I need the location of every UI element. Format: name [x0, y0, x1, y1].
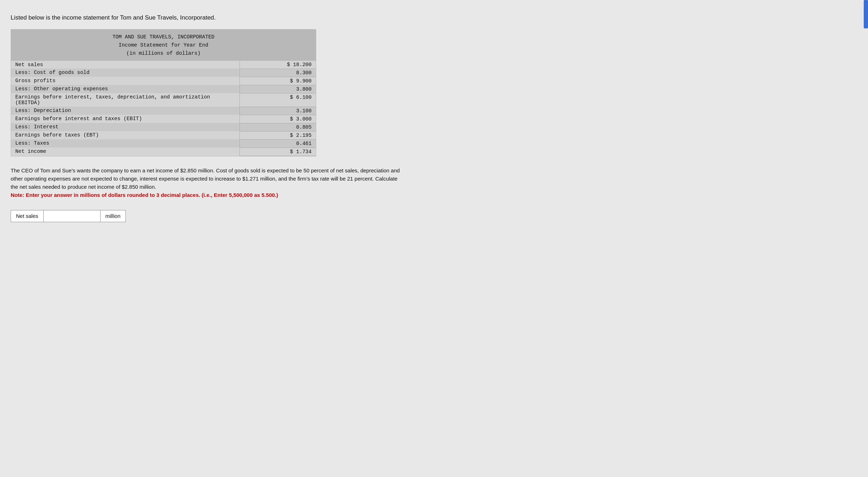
table-row: Earnings before taxes (EBT)$ 2.195	[11, 131, 316, 139]
table-row: Less: Interest0.805	[11, 123, 316, 131]
header-line2: Income Statement for Year End	[15, 41, 312, 49]
table-row: Earnings before interest, taxes, depreci…	[11, 93, 316, 107]
scrollbar[interactable]	[864, 0, 868, 28]
answer-row: Net sales million	[11, 210, 857, 222]
row-value: 0.461	[240, 139, 316, 148]
table-row: Less: Cost of goods sold8.300	[11, 69, 316, 77]
row-value: $ 9.900	[240, 77, 316, 85]
row-label: Less: Interest	[11, 123, 240, 131]
row-value: $ 3.000	[240, 115, 316, 123]
row-label: Earnings before taxes (EBT)	[11, 131, 240, 139]
row-value: $ 2.195	[240, 131, 316, 139]
net-sales-input[interactable]	[44, 210, 101, 222]
table-row: Net sales$ 18.200	[11, 61, 316, 69]
answer-label: Net sales	[11, 210, 44, 222]
row-value: 8.300	[240, 69, 316, 77]
row-label: Net income	[11, 148, 240, 156]
row-label: Gross profits	[11, 77, 240, 85]
table-header: TOM AND SUE TRAVELS, INCORPORATED Income…	[11, 30, 316, 61]
row-label: Earnings before interest, taxes, depreci…	[11, 93, 240, 107]
header-line3: (in millions of dollars)	[15, 49, 312, 58]
row-value: $ 1.734	[240, 148, 316, 156]
row-label: Less: Depreciation	[11, 107, 240, 115]
row-value: 3.800	[240, 85, 316, 93]
row-value: 0.805	[240, 123, 316, 131]
header-line1: TOM AND SUE TRAVELS, INCORPORATED	[15, 33, 312, 41]
table-row: Net income$ 1.734	[11, 148, 316, 156]
row-label: Less: Other operating expenses	[11, 85, 240, 93]
row-label: Less: Taxes	[11, 139, 240, 148]
row-label: Earnings before interest and taxes (EBIT…	[11, 115, 240, 123]
intro-text: Listed below is the income statement for…	[11, 14, 857, 21]
row-value: 3.100	[240, 107, 316, 115]
description-paragraph: The CEO of Tom and Sue’s wants the compa…	[11, 167, 400, 190]
row-label: Less: Cost of goods sold	[11, 69, 240, 77]
table-row: Gross profits$ 9.900	[11, 77, 316, 85]
note-text: Note: Enter your answer in millions of d…	[11, 192, 278, 198]
table-row: Earnings before interest and taxes (EBIT…	[11, 115, 316, 123]
row-label: Net sales	[11, 61, 240, 69]
row-value: $ 18.200	[240, 61, 316, 69]
income-statement-table: TOM AND SUE TRAVELS, INCORPORATED Income…	[11, 29, 316, 156]
table-row: Less: Taxes0.461	[11, 139, 316, 148]
table-row: Less: Depreciation3.100	[11, 107, 316, 115]
table-row: Less: Other operating expenses3.800	[11, 85, 316, 93]
description-block: The CEO of Tom and Sue’s wants the compa…	[11, 166, 401, 199]
row-value: $ 6.100	[240, 93, 316, 107]
answer-unit: million	[101, 210, 126, 222]
financial-table: Net sales$ 18.200Less: Cost of goods sol…	[11, 61, 316, 156]
